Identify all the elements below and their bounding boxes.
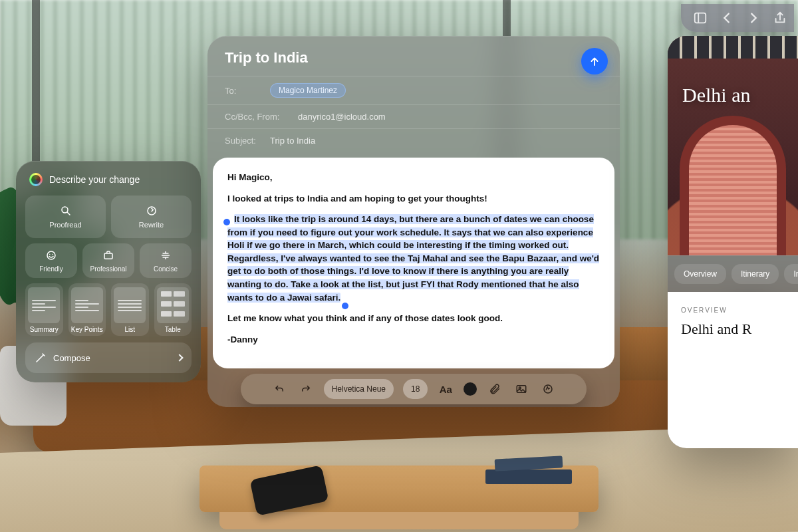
- concise-button[interactable]: Concise: [140, 243, 192, 278]
- table-thumb-icon: [157, 287, 189, 323]
- writing-tools-panel: Describe your change Proofread Rewrite F…: [16, 161, 201, 382]
- writing-tools-header[interactable]: Describe your change: [25, 172, 192, 196]
- sparkle-icon: [29, 173, 43, 186]
- arrow-up-icon: [589, 55, 600, 67]
- list-thumb-icon: [114, 287, 146, 323]
- from-field[interactable]: Cc/Bcc, From: danyrico1@icloud.com: [207, 104, 620, 128]
- concise-icon: [160, 249, 172, 261]
- from-value: danyrico1@icloud.com: [298, 112, 386, 122]
- tab-itinerary[interactable]: Itinerary: [732, 264, 779, 284]
- proofread-button[interactable]: Proofread: [25, 196, 106, 238]
- forward-icon[interactable]: [746, 11, 761, 25]
- chevron-right-icon: [176, 354, 183, 361]
- doc-hero-title: Delhi an: [682, 84, 750, 106]
- briefcase-icon: [102, 249, 114, 261]
- text-color-button[interactable]: [464, 382, 477, 396]
- share-icon[interactable]: [773, 11, 787, 25]
- smile-icon: [45, 249, 57, 261]
- list-button[interactable]: List: [111, 283, 149, 336]
- attachment-button[interactable]: [486, 380, 503, 398]
- writing-tools-title: Describe your change: [49, 174, 140, 185]
- professional-button[interactable]: Professional: [82, 243, 134, 278]
- keypoints-thumb-icon: [71, 287, 103, 323]
- font-family-selector[interactable]: Helvetica Neue: [324, 379, 394, 399]
- photo-button[interactable]: [513, 380, 530, 398]
- undo-button[interactable]: [271, 380, 288, 398]
- selected-text: It looks like the trip is around 14 days…: [227, 214, 599, 302]
- recipient-pill[interactable]: Magico Martinez: [270, 83, 346, 98]
- doc-tabs: Overview Itinerary Info: [668, 255, 798, 292]
- svg-line-3: [67, 212, 70, 215]
- subject-value: Trip to India: [270, 136, 315, 146]
- to-field[interactable]: To: Magico Martinez: [207, 76, 620, 104]
- rewrite-icon: [146, 205, 158, 217]
- doc-window-controls: [681, 4, 794, 32]
- overview-label: OVERVIEW: [681, 307, 785, 314]
- rewrite-button[interactable]: Rewrite: [111, 196, 192, 238]
- redo-button[interactable]: [297, 380, 315, 398]
- mail-title: Trip to India: [225, 49, 602, 66]
- compose-button[interactable]: Compose: [25, 342, 192, 373]
- wand-icon: [35, 352, 47, 364]
- svg-point-5: [47, 251, 55, 259]
- body-greeting: Hi Magico,: [227, 171, 600, 184]
- markup-button[interactable]: [539, 380, 557, 398]
- svg-point-7: [53, 253, 54, 255]
- table-button[interactable]: Table: [154, 283, 192, 336]
- back-icon[interactable]: [720, 11, 734, 25]
- friendly-button[interactable]: Friendly: [25, 243, 77, 278]
- sidebar-toggle-icon[interactable]: [693, 11, 708, 25]
- send-button[interactable]: [581, 48, 608, 74]
- body-signature: -Danny: [227, 333, 600, 346]
- text-format-button[interactable]: Aa: [437, 380, 454, 398]
- magnify-icon: [60, 205, 72, 217]
- svg-point-6: [49, 253, 51, 255]
- mail-compose-window: Trip to India To: Magico Martinez Cc/Bcc…: [207, 36, 620, 407]
- document-window: Delhi an Overview Itinerary Info OVERVIE…: [668, 36, 798, 448]
- keypoints-button[interactable]: Key Points: [68, 283, 106, 336]
- mail-body[interactable]: Hi Magico, I looked at trips to India an…: [213, 158, 614, 368]
- body-selected-paragraph: It looks like the trip is around 14 days…: [227, 213, 600, 304]
- doc-content: OVERVIEW Delhi and R: [668, 292, 798, 448]
- body-closing: Let me know what you think and if any of…: [227, 312, 600, 325]
- svg-rect-8: [104, 253, 112, 259]
- to-label: To:: [225, 86, 263, 96]
- from-label: Cc/Bcc, From:: [225, 112, 291, 122]
- selection-end-handle[interactable]: [342, 303, 348, 309]
- format-toolbar: Helvetica Neue 18 Aa: [241, 374, 587, 404]
- doc-heading: Delhi and R: [681, 321, 785, 338]
- summary-thumb-icon: [28, 287, 60, 323]
- subject-field[interactable]: Subject: Trip to India: [207, 128, 620, 152]
- svg-point-2: [62, 207, 68, 213]
- svg-rect-0: [695, 13, 706, 23]
- selection-start-handle[interactable]: [223, 219, 230, 225]
- font-size-selector[interactable]: 18: [403, 379, 428, 399]
- tab-info[interactable]: Info: [784, 264, 798, 284]
- tab-overview[interactable]: Overview: [674, 264, 726, 284]
- doc-hero-image: Delhi an: [668, 36, 798, 255]
- summary-button[interactable]: Summary: [25, 283, 63, 336]
- subject-label: Subject:: [225, 136, 263, 146]
- body-intro: I looked at trips to India and am hoping…: [227, 192, 600, 205]
